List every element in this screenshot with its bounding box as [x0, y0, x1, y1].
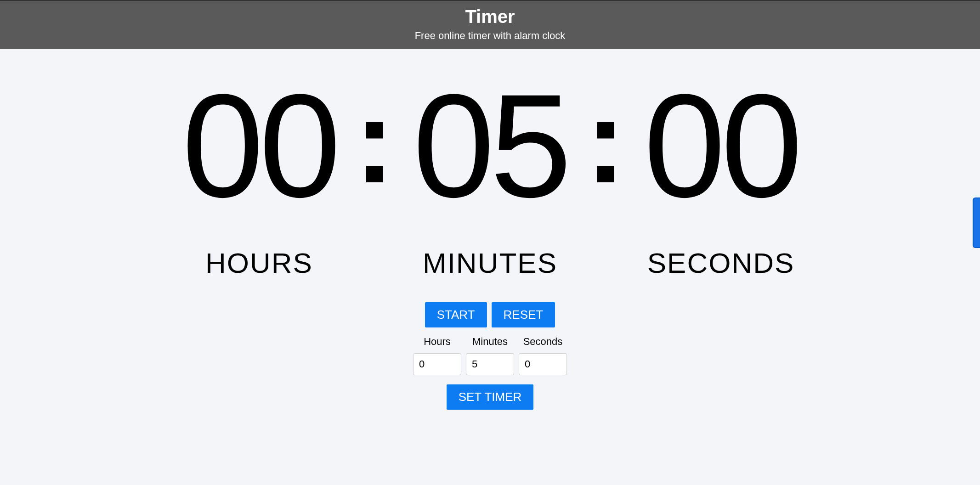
page-subtitle: Free online timer with alarm clock: [0, 30, 980, 42]
seconds-value: 00: [644, 72, 798, 219]
page-title: Timer: [0, 6, 980, 27]
feedback-tab[interactable]: [973, 197, 980, 248]
set-timer-button[interactable]: SET TIMER: [447, 384, 534, 410]
header: Timer Free online timer with alarm clock: [0, 0, 980, 49]
minutes-input[interactable]: [466, 353, 514, 375]
start-button[interactable]: START: [425, 302, 487, 327]
controls-panel: START RESET Hours Minutes Seconds SET TI…: [0, 302, 980, 410]
colon-separator: :: [355, 81, 395, 201]
colon-separator: :: [585, 81, 625, 201]
hours-value: 00: [182, 72, 336, 219]
seconds-label: SECONDS: [647, 247, 795, 279]
seconds-input-label: Seconds: [519, 336, 567, 348]
hours-label: HOURS: [205, 247, 313, 279]
input-labels-row: Hours Minutes Seconds: [413, 336, 567, 348]
timer-display: 00 HOURS : 05 MINUTES : 00 SECONDS: [0, 72, 980, 279]
seconds-block: 00 SECONDS: [644, 72, 798, 279]
input-row: [413, 353, 567, 375]
hours-input-label: Hours: [413, 336, 461, 348]
minutes-input-label: Minutes: [466, 336, 514, 348]
seconds-input[interactable]: [519, 353, 567, 375]
minutes-block: 05 MINUTES: [413, 72, 567, 279]
minutes-value: 05: [413, 72, 567, 219]
hours-block: 00 HOURS: [182, 72, 336, 279]
hours-input[interactable]: [413, 353, 461, 375]
button-row: START RESET: [425, 302, 555, 327]
reset-button[interactable]: RESET: [492, 302, 555, 327]
minutes-label: MINUTES: [423, 247, 557, 279]
